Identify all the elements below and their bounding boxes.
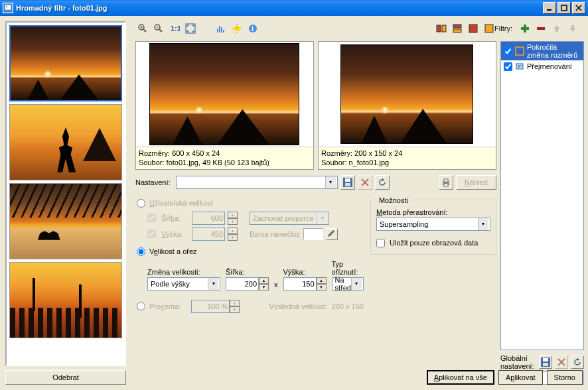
thumbnail-panel: Odebrat bbox=[0, 16, 131, 390]
file-value: n_foto01.jpg bbox=[349, 159, 390, 166]
user-size-label: Uživatelská velikost bbox=[149, 199, 213, 207]
resize-by-combo[interactable]: Podle výšky bbox=[147, 277, 220, 291]
color-picker-icon[interactable] bbox=[326, 228, 338, 240]
preview-image-result[interactable] bbox=[340, 44, 473, 144]
remove-button[interactable]: Odebrat bbox=[5, 370, 126, 385]
size-crop-radio[interactable] bbox=[137, 247, 145, 256]
thumbnail-item[interactable] bbox=[9, 262, 122, 338]
titlebar: Hromadný filtr - foto01.jpg bbox=[0, 0, 588, 16]
options-fieldset: Možnosti Metoda přerastrování: Supersamp… bbox=[370, 196, 496, 255]
svg-rect-31 bbox=[469, 25, 477, 32]
svg-line-12 bbox=[159, 29, 162, 32]
width-checkbox[interactable] bbox=[147, 214, 156, 222]
svg-rect-27 bbox=[437, 25, 441, 32]
close-button[interactable] bbox=[572, 2, 585, 14]
svg-rect-44 bbox=[516, 47, 524, 55]
add-filter-icon[interactable] bbox=[518, 21, 532, 36]
width-spinner[interactable]: ▲▼ bbox=[228, 212, 238, 225]
resample-combo[interactable]: Supersampling bbox=[376, 218, 490, 231]
filter-checkbox[interactable] bbox=[504, 47, 512, 56]
thumbnail-item[interactable] bbox=[9, 183, 122, 259]
svg-rect-32 bbox=[485, 25, 493, 32]
dims-value: 200 x 150 x 24 bbox=[354, 149, 402, 157]
percent-label: Procenta: bbox=[149, 302, 181, 310]
resize-filter-icon bbox=[515, 46, 524, 56]
thumbnail-list[interactable] bbox=[5, 21, 126, 366]
sc-width-spinner[interactable]: ▲▼ bbox=[259, 277, 269, 291]
zoom-actual-icon[interactable]: 1:1 bbox=[167, 21, 182, 36]
file-label: Soubor: bbox=[139, 159, 165, 166]
histogram-icon[interactable] bbox=[214, 21, 228, 36]
options-legend: Možnosti bbox=[376, 196, 411, 204]
svg-rect-29 bbox=[453, 25, 461, 28]
save-only-image-checkbox[interactable] bbox=[376, 239, 385, 247]
width-input[interactable] bbox=[192, 212, 225, 225]
width-label: Šířka: bbox=[161, 214, 189, 222]
resize-by-label: Změna velikosti: bbox=[147, 268, 220, 276]
zoom-out-icon[interactable] bbox=[151, 21, 166, 36]
percent-input[interactable] bbox=[191, 300, 230, 313]
preview-image-original[interactable] bbox=[149, 43, 299, 145]
svg-rect-30 bbox=[453, 29, 461, 32]
delete-global-icon[interactable] bbox=[555, 356, 568, 369]
height-spinner[interactable]: ▲▼ bbox=[228, 228, 238, 241]
reset-settings-icon[interactable] bbox=[375, 175, 390, 190]
svg-rect-16 bbox=[217, 29, 218, 32]
remove-filter-icon[interactable] bbox=[534, 21, 548, 36]
preview-result: Rozměry: 200 x 150 x 24 Soubor: n_foto01… bbox=[318, 41, 496, 170]
save-settings-icon[interactable] bbox=[340, 175, 355, 190]
zoom-in-icon[interactable] bbox=[135, 21, 150, 36]
layout-side-icon[interactable] bbox=[434, 21, 449, 36]
preview-original: Rozměry: 600 x 450 x 24 Soubor: foto01.j… bbox=[135, 41, 314, 170]
dims-value: 600 x 450 x 24 bbox=[172, 149, 220, 157]
svg-rect-39 bbox=[444, 179, 448, 182]
filter-item[interactable]: Přejmenování bbox=[501, 60, 583, 72]
user-size-radio[interactable] bbox=[137, 199, 145, 208]
apply-all-button[interactable]: Aplikovat na vše bbox=[427, 370, 494, 385]
cancel-button[interactable]: Storno bbox=[547, 370, 583, 385]
svg-rect-17 bbox=[219, 26, 220, 32]
filter-label: Přejmenování bbox=[527, 62, 572, 70]
settings-combo[interactable] bbox=[176, 176, 338, 189]
thumbnail-item[interactable] bbox=[9, 104, 122, 180]
save-global-icon[interactable] bbox=[539, 356, 552, 369]
move-down-icon[interactable] bbox=[565, 21, 580, 36]
apply-button[interactable]: Aplikovat bbox=[498, 370, 543, 385]
filter-item[interactable]: Pokročilá změna rozměrů bbox=[501, 42, 583, 60]
layout-stack-icon[interactable] bbox=[450, 21, 465, 36]
filter-list[interactable]: Pokročilá změna rozměrů Přejmenování bbox=[500, 41, 584, 350]
delete-settings-icon[interactable] bbox=[358, 175, 372, 190]
crop-type-combo[interactable]: Na střed bbox=[332, 277, 364, 291]
info-icon[interactable]: i bbox=[246, 21, 260, 36]
print-icon[interactable] bbox=[439, 175, 453, 190]
sc-height-spinner[interactable]: ▲▼ bbox=[317, 277, 327, 291]
frame-color-label: Barva rámečku: bbox=[250, 230, 301, 238]
thumbnail-item[interactable] bbox=[9, 25, 122, 101]
filters-label: Filtry: bbox=[494, 25, 512, 32]
minimize-button[interactable] bbox=[543, 2, 556, 14]
zoom-fit-icon[interactable] bbox=[183, 21, 198, 36]
crop-type-label: Typ oříznutí: bbox=[332, 260, 364, 276]
highlights-icon[interactable] bbox=[230, 21, 244, 36]
svg-point-2 bbox=[6, 6, 8, 8]
frame-color-swatch[interactable] bbox=[303, 228, 323, 240]
height-checkbox[interactable] bbox=[147, 229, 156, 238]
aspect-combo[interactable]: Zachovat proporce bbox=[250, 212, 329, 225]
layout-single1-icon[interactable] bbox=[466, 21, 480, 36]
move-up-icon[interactable] bbox=[550, 21, 564, 36]
filter-checkbox[interactable] bbox=[504, 62, 512, 71]
sc-height-input[interactable] bbox=[283, 277, 317, 291]
times-label: x bbox=[274, 281, 278, 289]
svg-rect-19 bbox=[223, 30, 224, 32]
height-input[interactable] bbox=[192, 228, 225, 241]
sc-width-input[interactable] bbox=[226, 277, 259, 291]
file-value: foto01.jpg, 49 KB (50 123 bajtů) bbox=[167, 159, 269, 166]
result-size-value: 200 x 150 bbox=[332, 302, 364, 310]
percent-spinner[interactable]: ▲▼ bbox=[230, 300, 240, 313]
percent-radio[interactable] bbox=[137, 302, 145, 310]
preview-button[interactable]: NNáhledáhled bbox=[456, 175, 496, 190]
svg-point-20 bbox=[234, 26, 240, 31]
maximize-button[interactable] bbox=[557, 2, 571, 14]
app-icon bbox=[3, 3, 13, 13]
reset-global-icon[interactable] bbox=[571, 356, 584, 369]
